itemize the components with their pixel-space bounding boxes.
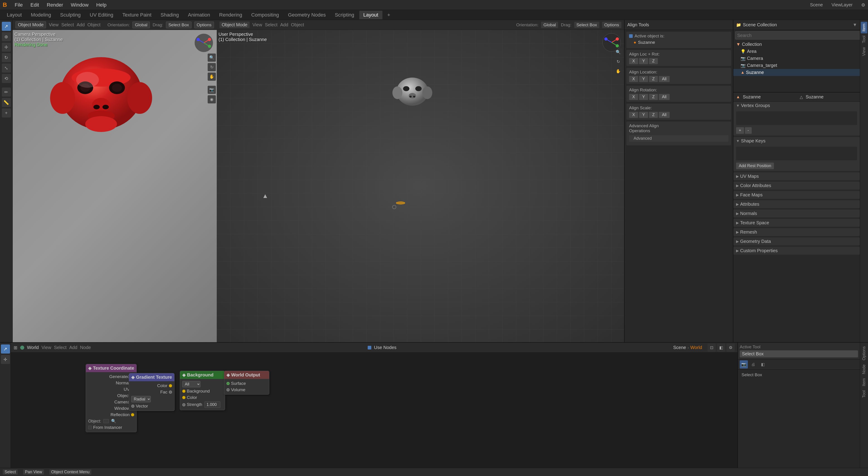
align-scale-all[interactable]: All xyxy=(659,112,670,118)
scene-collection-filter[interactable]: ▼ xyxy=(852,22,857,27)
tab-uv-editing[interactable]: UV Editing xyxy=(86,11,117,19)
collection-item-suzanne[interactable]: ▲ Suzanne xyxy=(733,69,860,76)
align-scale-x[interactable]: X xyxy=(629,112,638,118)
object-menu[interactable]: Object xyxy=(88,22,101,27)
vtab-options[interactable]: Options xyxy=(861,345,867,362)
tab-animation[interactable]: Animation xyxy=(184,11,214,19)
3d-pan-btn[interactable]: ✋ xyxy=(614,67,622,75)
add-tool-btn[interactable]: + xyxy=(2,109,11,117)
align-loc-all[interactable]: All xyxy=(659,76,670,82)
add-menu[interactable]: Add xyxy=(76,22,85,27)
cursor-tool-btn[interactable]: ⊕ xyxy=(2,32,11,41)
align-loc-z[interactable]: Z xyxy=(649,76,658,82)
tab-texture-paint[interactable]: Texture Paint xyxy=(118,11,156,19)
align-loc-y[interactable]: Y xyxy=(639,76,648,82)
breadcrumb-world[interactable]: World xyxy=(690,345,702,350)
view-rotate-btn[interactable]: ↻ xyxy=(208,63,216,71)
collection-item-collection[interactable]: ▼ Collection xyxy=(733,41,860,48)
scale-tool-btn[interactable]: ⤡ xyxy=(2,63,11,72)
menu-render[interactable]: Render xyxy=(45,1,65,9)
tab-modeling[interactable]: Modeling xyxy=(27,11,55,19)
measure-tool-btn[interactable]: 📏 xyxy=(2,98,11,107)
view-node-menu[interactable]: View xyxy=(41,345,51,350)
object-field-swatch[interactable] xyxy=(103,419,109,423)
object-mode-3d-dropdown[interactable]: Object Mode xyxy=(219,22,250,28)
align-loc-rot-x[interactable]: X xyxy=(629,58,638,64)
scene-search-input[interactable] xyxy=(735,31,860,39)
vertex-group-remove-btn[interactable]: - xyxy=(745,127,752,134)
strength-input[interactable] xyxy=(205,401,220,408)
move-tool-btn[interactable]: ✛ xyxy=(2,42,11,52)
render-btn[interactable]: ◉ xyxy=(208,95,216,103)
orientation-3d-dropdown[interactable]: Global xyxy=(541,22,558,28)
collection-item-camera-target[interactable]: 📷 Camera_target xyxy=(733,62,860,69)
vtab-item[interactable]: Item xyxy=(861,22,867,33)
drag-dropdown[interactable]: Select Box xyxy=(166,22,191,28)
align-loc-rot-y[interactable]: Y xyxy=(639,58,648,64)
view-zoom-btn[interactable]: 🔍 xyxy=(208,54,216,62)
custom-props-title[interactable]: ▶ Custom Properties xyxy=(733,247,860,255)
node-type-icon[interactable]: ⊞ xyxy=(13,345,18,350)
node-overlay-btn[interactable]: ◧ xyxy=(717,344,725,352)
from-instancer-cb[interactable] xyxy=(88,426,92,429)
geometry-data-title[interactable]: ▶ Geometry Data xyxy=(733,237,860,245)
collection-item-camera[interactable]: 📷 Camera xyxy=(733,55,860,62)
props-icon-render[interactable]: 📷 xyxy=(740,360,748,368)
advanced-btn[interactable]: Advanced xyxy=(629,135,728,142)
align-scale-y[interactable]: Y xyxy=(639,112,648,118)
texture-space-title[interactable]: ▶ Texture Space xyxy=(733,219,860,227)
menu-file[interactable]: File xyxy=(13,1,25,9)
background-all-select[interactable]: All xyxy=(182,381,200,387)
tab-layout[interactable]: Layout xyxy=(3,11,26,19)
active-object-checkbox[interactable] xyxy=(629,34,633,38)
vertex-groups-title[interactable]: ▼ Vertex Groups xyxy=(733,101,860,110)
add-node-menu[interactable]: Add xyxy=(69,345,77,350)
vtab-view[interactable]: View xyxy=(861,46,867,58)
align-rot-x[interactable]: X xyxy=(629,94,638,100)
select-node-menu[interactable]: Select xyxy=(54,345,67,350)
collection-item-area[interactable]: 💡 Area xyxy=(733,48,860,55)
view-pan-btn[interactable]: ✋ xyxy=(208,72,216,81)
drag-3d-dropdown[interactable]: Select Box xyxy=(574,22,599,28)
transform-tool-btn[interactable]: ⟲ xyxy=(2,74,11,83)
node-settings-btn[interactable]: ⚙ xyxy=(726,344,735,352)
tab-geometry-nodes[interactable]: Geometry Nodes xyxy=(284,11,330,19)
object-mode-dropdown[interactable]: Object Mode xyxy=(16,21,46,28)
shape-keys-title[interactable]: ▼ Shape Keys xyxy=(733,137,860,145)
annotate-tool-btn[interactable]: ✏ xyxy=(2,88,11,97)
camera-btn[interactable]: 📷 xyxy=(208,86,216,94)
add-3d-menu[interactable]: Add xyxy=(280,22,288,27)
tab-compositing[interactable]: Compositing xyxy=(247,11,283,19)
rotate-tool-btn[interactable]: ↻ xyxy=(2,53,11,62)
add-rest-pos-btn[interactable]: Add Rest Position xyxy=(736,162,774,169)
face-maps-title[interactable]: ▶ Face Maps xyxy=(733,191,860,199)
vtab-node[interactable]: Node xyxy=(861,363,867,376)
view-menu[interactable]: View xyxy=(49,22,59,27)
color-attributes-title[interactable]: ▶ Color Attributes xyxy=(733,182,860,189)
vtab-tool-bottom[interactable]: Tool xyxy=(861,388,867,399)
tab-shading[interactable]: Shading xyxy=(156,11,183,19)
menu-window[interactable]: Window xyxy=(69,1,90,9)
tab-rendering[interactable]: Rendering xyxy=(215,11,246,19)
vtab-tool[interactable]: Tool xyxy=(861,34,867,45)
active-tool-value[interactable]: Select Box xyxy=(740,350,858,357)
3d-rotate-btn[interactable]: ↻ xyxy=(614,58,622,66)
normals-title[interactable]: ▶ Normals xyxy=(733,210,860,217)
vertex-group-add-btn[interactable]: + xyxy=(736,127,744,134)
align-loc-rot-z[interactable]: Z xyxy=(649,58,658,64)
tab-add[interactable]: + xyxy=(383,11,395,19)
align-scale-z[interactable]: Z xyxy=(649,112,658,118)
node-move-btn[interactable]: ✛ xyxy=(1,355,10,364)
align-rot-all[interactable]: All xyxy=(659,94,670,100)
options-3d-dropdown[interactable]: Options xyxy=(602,22,621,28)
menu-edit[interactable]: Edit xyxy=(29,1,41,9)
align-rot-z[interactable]: Z xyxy=(649,94,658,100)
attributes-title[interactable]: ▶ Attributes xyxy=(733,200,860,208)
props-icon-output[interactable]: 🖨 xyxy=(749,360,757,368)
align-loc-x[interactable]: X xyxy=(629,76,638,82)
tab-scripting[interactable]: Scripting xyxy=(331,11,359,19)
select-tool-btn[interactable]: ↗ xyxy=(2,22,11,31)
node-select-btn[interactable]: ↗ xyxy=(1,345,10,354)
uv-maps-title[interactable]: ▶ UV Maps xyxy=(733,172,860,180)
breadcrumb-scene[interactable]: Scene xyxy=(673,345,686,350)
